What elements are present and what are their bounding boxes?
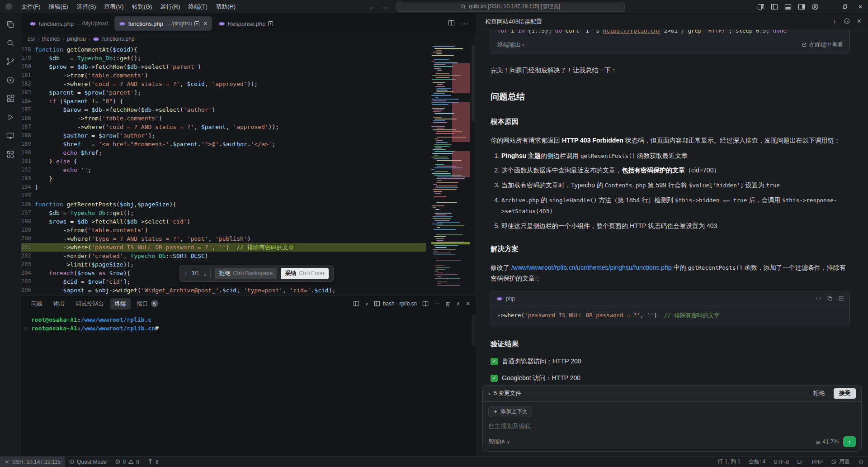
- panel-tab-问题[interactable]: 问题: [27, 298, 47, 310]
- editor-tab[interactable]: phpfunctions.php…/pinghsu✕: [114, 16, 212, 31]
- add-context-button[interactable]: ＋ 添加上下文: [488, 406, 532, 417]
- source-control-icon[interactable]: [5, 56, 16, 67]
- menu-item[interactable]: 文件(F): [17, 1, 45, 12]
- editor-scrollbar[interactable]: [471, 44, 476, 295]
- menu-item[interactable]: 查看(V): [100, 1, 127, 12]
- agent-mode-selector[interactable]: 智能体 ∨: [488, 438, 510, 446]
- run-debug-icon[interactable]: [5, 75, 16, 86]
- editor-tab[interactable]: phpfunctions.php…/MyUpload: [25, 16, 113, 31]
- new-chat-icon[interactable]: ＋: [831, 18, 837, 26]
- chat-input[interactable]: 自主规划及编程...: [488, 422, 856, 430]
- line-number: 206: [21, 286, 35, 295]
- code-editor[interactable]: 178function getCommentAt($coid){179 $db …: [21, 44, 476, 295]
- new-terminal-icon[interactable]: [353, 300, 359, 307]
- panel-tab-输出[interactable]: 输出: [49, 298, 69, 310]
- minimap-line: [431, 204, 470, 205]
- code-line: 201 ->where('password IS NULL OR passwor…: [21, 243, 426, 252]
- terminal-session-item[interactable]: bash - rplib.cn: [374, 300, 417, 307]
- code-text: ->order('created', Typecho_Db::SORT_DESC…: [35, 252, 208, 260]
- customize-layout-icon[interactable]: [754, 0, 768, 14]
- terminal-output-toggle[interactable]: 终端输出 ›: [497, 40, 524, 50]
- expand-code-icon[interactable]: [838, 295, 844, 301]
- ports-indicator[interactable]: 6: [143, 457, 163, 467]
- panel-tab-端口[interactable]: 端口6: [132, 298, 163, 310]
- search-sidebar-icon[interactable]: [5, 38, 16, 48]
- accept-all-button[interactable]: 接受: [834, 388, 856, 399]
- status-item[interactable]: LF: [793, 457, 807, 467]
- expand-changes-icon[interactable]: ›: [488, 391, 490, 397]
- explorer-icon[interactable]: [5, 19, 16, 30]
- status-item[interactable]: 行 1, 列 1: [713, 457, 745, 467]
- accept-change-button[interactable]: 采纳Ctrl+Enter: [281, 268, 329, 279]
- terminal-output[interactable]: root@osaka-A1:/www/wwwroot/rplib.c○root@…: [21, 312, 476, 456]
- send-button[interactable]: ↑: [843, 436, 856, 447]
- problems-indicator[interactable]: 0 0: [111, 457, 143, 467]
- next-change-icon[interactable]: ↓: [203, 270, 207, 277]
- maximize-panel-icon[interactable]: ∧: [456, 300, 460, 307]
- remote-indicator[interactable]: SSH: 10.147.19.115: [0, 457, 65, 467]
- close-chat-icon[interactable]: ✕: [857, 18, 862, 26]
- menu-item[interactable]: 转到(G): [128, 1, 156, 12]
- menu-item[interactable]: 运行(R): [156, 1, 184, 12]
- apps-grid-icon[interactable]: [5, 149, 16, 160]
- close-window-button[interactable]: ✕: [853, 0, 868, 14]
- tab-label: functions.php: [128, 20, 163, 27]
- terminal-more-actions-icon[interactable]: ⋯: [434, 300, 439, 307]
- code-text: }: [35, 183, 38, 191]
- menu-item[interactable]: 编辑(E): [45, 1, 72, 12]
- context-usage: 41.7%: [815, 438, 839, 445]
- split-terminal-icon[interactable]: [422, 300, 429, 307]
- breadcrumb-item[interactable]: usr: [28, 36, 35, 42]
- prev-change-icon[interactable]: ↑: [184, 270, 188, 277]
- command-center-search[interactable]: rplib.cn [SSH: 10.147.19.115] [管理员]: [396, 2, 625, 12]
- code-line: 179 $db = Typecho_Db::get();: [21, 54, 426, 62]
- terminal-profile-chevron-icon[interactable]: ∨: [365, 301, 368, 306]
- usage-indicator[interactable]: 用量: [827, 457, 854, 467]
- panel-tab-调试控制台[interactable]: 调试控制台: [71, 298, 108, 310]
- status-item[interactable]: UTF-8: [769, 457, 793, 467]
- menu-item[interactable]: 帮助(H): [212, 1, 240, 12]
- minimize-button[interactable]: ─: [822, 0, 837, 14]
- quest-mode-icon: [69, 459, 75, 465]
- reject-all-button[interactable]: 拒绝: [809, 388, 829, 399]
- menu-item[interactable]: 终端(T): [184, 1, 212, 12]
- close-tab-icon[interactable]: ✕: [203, 21, 207, 27]
- view-in-terminal-link[interactable]: 在终端中查看: [802, 40, 843, 50]
- toggle-panel-icon[interactable]: [781, 0, 795, 14]
- extensions-icon[interactable]: [5, 93, 16, 104]
- back-icon[interactable]: ←: [369, 3, 376, 10]
- insert-code-icon[interactable]: [816, 295, 821, 301]
- panel-tab-终端[interactable]: 终端: [110, 298, 131, 310]
- command-decoration-icon[interactable]: ○: [24, 324, 27, 333]
- app-logo-icon[interactable]: [5, 3, 13, 10]
- chat-history-icon[interactable]: [844, 18, 850, 26]
- account-icon[interactable]: [808, 0, 822, 14]
- status-item[interactable]: 空格: 4: [745, 457, 769, 467]
- toggle-secondary-sidebar-icon[interactable]: [795, 0, 808, 14]
- toggle-primary-sidebar-icon[interactable]: [768, 0, 781, 14]
- remote-explorer-icon[interactable]: [5, 130, 16, 141]
- changed-files-label[interactable]: 5 变更文件: [494, 390, 521, 397]
- notifications-bell-icon[interactable]: [854, 457, 868, 467]
- split-editor-icon[interactable]: [448, 19, 455, 28]
- breadcrumb[interactable]: usr›themes›pinghsu›phpfunctions.php: [21, 33, 476, 44]
- breadcrumb-item[interactable]: themes: [42, 36, 60, 42]
- maximize-button[interactable]: [837, 0, 853, 14]
- code-text: echo '';: [35, 166, 91, 174]
- minimap-line: [435, 193, 441, 194]
- copy-code-icon[interactable]: [827, 295, 833, 301]
- terminal-scrollbar[interactable]: [472, 315, 475, 346]
- forward-icon[interactable]: →: [382, 3, 388, 10]
- editor-tab[interactable]: phpResponse.php: [214, 16, 278, 31]
- reject-change-button[interactable]: 拒绝Ctrl+Backspace: [215, 268, 277, 279]
- kill-terminal-icon[interactable]: [445, 301, 451, 307]
- status-item[interactable]: PHP: [807, 457, 827, 467]
- menu-item[interactable]: 选择(S): [72, 1, 100, 12]
- breadcrumb-item[interactable]: pinghsu: [67, 36, 86, 42]
- editor-more-actions-icon[interactable]: ⋯: [461, 19, 468, 28]
- quest-mode-indicator[interactable]: Quest Mode: [65, 457, 110, 467]
- breadcrumb-item[interactable]: functions.php: [102, 36, 134, 42]
- close-panel-icon[interactable]: ✕: [466, 300, 470, 307]
- minimap[interactable]: [431, 44, 470, 295]
- test-runner-icon[interactable]: [5, 112, 16, 123]
